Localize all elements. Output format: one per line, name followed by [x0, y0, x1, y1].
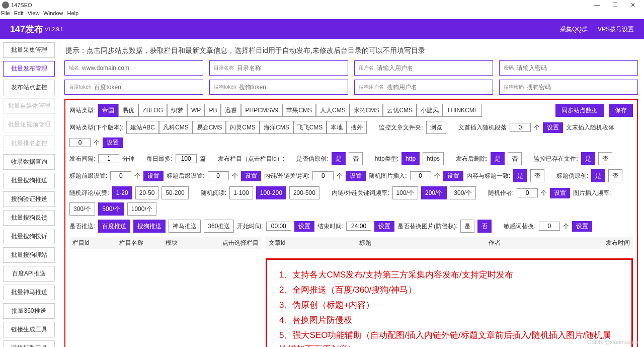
sidebar-item-7[interactable]: 批量搜狗推送: [3, 173, 55, 188]
post-insert-set[interactable]: 设置: [103, 137, 123, 148]
input-field[interactable]: [527, 84, 633, 91]
input-cell: 目录名称: [209, 60, 348, 76]
content: 提示：点击同步站点数据，获取栏目和最新文章信息，选择栏目id用于自动发布,未修改…: [58, 39, 644, 347]
sidebar-item-2[interactable]: 发布站点监控: [3, 80, 55, 95]
sidebar-item-15[interactable]: 链接生成工具: [3, 322, 55, 337]
opt-闪灵CMS[interactable]: 闪灵CMS: [226, 121, 260, 134]
opt-织梦[interactable]: 织梦: [167, 104, 187, 117]
input-label: 目录名称: [214, 64, 234, 72]
opt-小旋风[interactable]: 小旋风: [417, 104, 443, 117]
opt-PB[interactable]: PB: [205, 104, 221, 117]
input-field[interactable]: [239, 84, 344, 91]
window-max-button[interactable]: ☐: [606, 2, 624, 9]
sidebar-item-8[interactable]: 搜狗验证推送: [3, 191, 55, 207]
sidebar-item-0[interactable]: 批量采集管理: [3, 42, 55, 58]
menubar: File Edit View Window Help: [0, 10, 644, 19]
input-cell: 搜狗密码: [499, 80, 638, 95]
input-field[interactable]: [377, 64, 489, 72]
opt-帝国[interactable]: 帝国: [98, 104, 118, 117]
input-field[interactable]: [517, 64, 633, 72]
menu-help[interactable]: Help: [67, 10, 78, 19]
watermark: CSDN @xiaomaiseo: [587, 339, 638, 345]
sidebar-item-14[interactable]: 批量360推送: [3, 303, 55, 319]
feature-line: 3、伪原创（标题+内容）: [279, 298, 619, 312]
opt-飞飞CMS[interactable]: 飞飞CMS: [293, 121, 327, 134]
header-link-qq[interactable]: 采集QQ群: [560, 25, 588, 34]
sidebar-item-1[interactable]: 批量发布管理: [3, 61, 55, 77]
input-label: 密码: [504, 64, 514, 72]
opt-ZBLOG[interactable]: ZBLOG: [138, 104, 167, 117]
pre-insert-set[interactable]: 设置: [543, 122, 563, 133]
sidebar-item-11[interactable]: 批量搜狗绑站: [3, 247, 55, 263]
opt-THINKCMF[interactable]: THINKCMF: [443, 104, 482, 117]
sidebar-item-5[interactable]: 批量排名监控: [3, 135, 55, 151]
sync-button[interactable]: 同步站点数据: [555, 104, 604, 117]
app-logo-icon: [2, 2, 9, 9]
opt-云优CMS[interactable]: 云优CMS: [383, 104, 417, 117]
input-cell: 密码: [499, 60, 638, 76]
opt-苹果CMS[interactable]: 苹果CMS: [282, 104, 316, 117]
pre-insert-input[interactable]: [510, 123, 531, 132]
opt-凡科CMS[interactable]: 凡科CMS: [159, 121, 193, 134]
pre-insert-label: 文首插入随机段落: [458, 122, 507, 133]
daily-max-input[interactable]: [176, 154, 197, 163]
opt-PHPCMSV9[interactable]: PHPCMSV9: [241, 104, 282, 117]
sidebar-item-13[interactable]: 批量神马推送: [3, 285, 55, 300]
input-label: 百度token: [69, 84, 91, 91]
post-insert-label: 文末插入随机段落: [566, 122, 614, 133]
input-field[interactable]: [94, 84, 199, 91]
version: v1.2.9.1: [45, 27, 63, 32]
site-type2-label: 网站类型(下个版本):: [69, 122, 123, 133]
sidebar-item-3[interactable]: 批量自媒体管理: [3, 98, 55, 114]
input-field[interactable]: [82, 64, 199, 72]
titlebar: 147SEO — ☐ ✕: [0, 0, 644, 10]
opt-迅睿[interactable]: 迅睿: [221, 104, 241, 117]
pseudo-no[interactable]: 否: [349, 152, 363, 165]
input-label: 搜狗用户名: [359, 84, 384, 91]
sidebar-item-9[interactable]: 批量搜狗反馈: [3, 210, 55, 226]
input-label: 域名: [69, 64, 79, 72]
http-opt[interactable]: http: [401, 152, 420, 165]
opt-易企CMS[interactable]: 易企CMS: [193, 121, 226, 134]
opt-易优[interactable]: 易优: [118, 104, 138, 117]
opt-本地[interactable]: 本地: [327, 121, 347, 134]
post-insert-input[interactable]: [69, 138, 91, 147]
window-title: 147SEO: [11, 2, 588, 8]
sidebar: 批量采集管理批量发布管理发布站点监控批量自媒体管理批量短视频管理批量排名监控收录…: [0, 39, 58, 347]
input-field[interactable]: [237, 64, 344, 72]
window-min-button[interactable]: —: [588, 2, 606, 9]
sidebar-item-4[interactable]: 批量短视频管理: [3, 117, 55, 132]
header: 147发布 v1.2.9.1 采集QQ群 VPS拨号设置: [0, 19, 644, 39]
browse-button[interactable]: 浏览: [426, 121, 446, 134]
pseudo-yes[interactable]: 是: [332, 152, 346, 165]
opt-米拓CMS[interactable]: 米拓CMS: [350, 104, 383, 117]
feature-line: 5、强大SEO功能辅助（自动配图/插入内链外链/标题文章前后插入/随机插入图片/…: [279, 328, 619, 347]
brand: 147发布: [10, 23, 43, 35]
menu-edit[interactable]: Edit: [14, 10, 24, 19]
menu-window[interactable]: Window: [43, 10, 63, 19]
https-opt[interactable]: https: [423, 152, 444, 165]
feature-line: 4、替换图片防侵权: [279, 313, 619, 327]
config-panel: 网站类型: 帝国易优ZBLOG织梦WPPB迅睿PHPCMSV9苹果CMS人人CM…: [64, 99, 638, 347]
menu-view[interactable]: View: [28, 10, 40, 19]
menu-file[interactable]: File: [1, 10, 10, 19]
sidebar-item-10[interactable]: 批量搜狗投诉: [3, 229, 55, 244]
input-label: 搜狗token: [214, 84, 236, 91]
interval-input[interactable]: [98, 154, 119, 163]
site-type-label: 网站类型:: [69, 105, 95, 116]
input-cell: 用户名: [354, 60, 493, 76]
sidebar-item-16[interactable]: 链接抓取工具: [3, 340, 55, 347]
save-button[interactable]: 保存: [609, 104, 633, 117]
header-link-vps[interactable]: VPS拨号设置: [598, 25, 634, 34]
opt-搜外[interactable]: 搜外: [347, 121, 367, 134]
sidebar-item-12[interactable]: 百度API推送: [3, 266, 55, 282]
window-close-button[interactable]: ✕: [624, 2, 642, 9]
opt-人人CMS[interactable]: 人人CMS: [316, 104, 350, 117]
input-field[interactable]: [387, 84, 489, 91]
opt-WP[interactable]: WP: [187, 104, 205, 117]
monitor-folder-label: 监控文章文件夹:: [379, 122, 423, 133]
opt-建站ABC[interactable]: 建站ABC: [126, 121, 159, 134]
opt-海洋CMS[interactable]: 海洋CMS: [260, 121, 293, 134]
tip-text: 提示：点击同步站点数据，获取栏目和最新文章信息，选择栏目id用于自动发布,未修改…: [64, 43, 638, 60]
sidebar-item-6[interactable]: 收录数据查询: [3, 154, 55, 170]
